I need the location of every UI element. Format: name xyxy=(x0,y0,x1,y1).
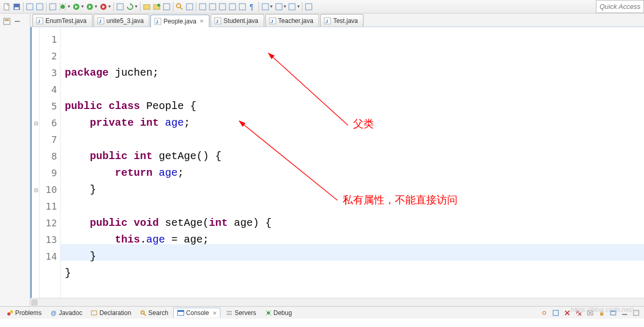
nav-icon[interactable] xyxy=(162,2,171,11)
nav-back-dropdown[interactable]: ▼ xyxy=(283,4,287,9)
view-tab-servers[interactable]: Servers xyxy=(223,308,259,318)
paint-icon[interactable] xyxy=(185,2,194,11)
gutter-marker: ⊟ xyxy=(32,181,39,198)
gutter-marker xyxy=(32,131,39,148)
run-icon[interactable] xyxy=(72,2,81,11)
editor-tab-enumtest-java[interactable]: JEnumTest.java xyxy=(32,14,92,27)
watermark: https://blog.csdn.net/... xyxy=(570,306,639,313)
highlight-icon[interactable] xyxy=(208,2,217,11)
line-number: 14 xyxy=(40,248,57,265)
java-file-icon: J xyxy=(269,17,276,25)
toggle-icon[interactable] xyxy=(261,2,270,11)
debug-icon[interactable] xyxy=(58,2,67,11)
tab-label: Student.java xyxy=(224,17,259,25)
cut-icon[interactable] xyxy=(218,2,227,11)
display-selected-icon[interactable] xyxy=(551,308,560,318)
svg-rect-14 xyxy=(163,4,170,10)
code-line: } xyxy=(65,248,644,265)
code-line: this.age = age; xyxy=(65,232,644,248)
tab-label: People.java xyxy=(163,18,196,25)
problems-icon xyxy=(6,309,14,317)
new-icon[interactable] xyxy=(2,2,11,11)
view-tab-javadoc[interactable]: @Javadoc xyxy=(47,308,86,318)
view-tab-search[interactable]: Search xyxy=(136,308,171,318)
skip-icon[interactable] xyxy=(48,2,57,11)
view-tab-debug[interactable]: Debug xyxy=(262,308,295,318)
tab-label: Test.java xyxy=(333,17,358,25)
servers-icon xyxy=(226,309,233,317)
gutter-marker xyxy=(32,198,39,215)
svg-rect-10 xyxy=(117,4,123,10)
wand-icon[interactable] xyxy=(198,2,207,11)
svg-rect-11 xyxy=(144,5,150,9)
svg-text:J: J xyxy=(216,19,218,24)
svg-rect-3 xyxy=(27,4,33,10)
pilcrow-icon[interactable]: ¶ xyxy=(248,2,257,11)
editor-tab-unite5_3-java[interactable]: Junite5_3.java xyxy=(93,14,149,27)
main-toolbar: ▼▼▼▼▼¶▼▼▼ xyxy=(0,0,644,14)
ext-tools-dropdown[interactable]: ▼ xyxy=(108,4,112,9)
tab-label: Teacher.java xyxy=(278,17,313,25)
search2-icon[interactable] xyxy=(175,2,184,11)
bottom-views-bar: Problems@JavadocDeclarationSearchConsole… xyxy=(0,306,644,319)
build-icon[interactable] xyxy=(35,2,44,11)
nav-fwd-icon[interactable] xyxy=(287,2,297,11)
toggle-dropdown[interactable]: ▼ xyxy=(270,4,274,9)
save-icon[interactable] xyxy=(12,2,21,11)
close-view-icon[interactable]: ✕ xyxy=(213,310,217,316)
svg-point-44 xyxy=(7,312,10,316)
code-line: public void setAge(int age) { xyxy=(65,215,644,232)
pin-console-icon[interactable] xyxy=(540,308,549,318)
view-tab-label: Servers xyxy=(235,309,256,317)
java-file-icon: J xyxy=(154,18,161,25)
horizontal-scrollbar[interactable] xyxy=(30,298,644,306)
view-tab-console[interactable]: Console ✕ xyxy=(173,308,220,318)
run-dropdown[interactable]: ▼ xyxy=(80,4,85,9)
editor-tab-people-java[interactable]: JPeople.java✕ xyxy=(150,15,209,27)
collapse-toggle-icon[interactable]: ⊟ xyxy=(34,187,38,193)
run-last-dropdown[interactable]: ▼ xyxy=(94,4,98,9)
svg-rect-25 xyxy=(289,4,295,10)
view-tab-label: Search xyxy=(148,309,168,317)
code-line xyxy=(65,282,644,298)
view-tab-declaration[interactable]: Declaration xyxy=(87,308,134,318)
open-task-icon[interactable] xyxy=(152,2,161,11)
refresh-icon[interactable] xyxy=(125,2,135,11)
editor-tab-teacher-java[interactable]: JTeacher.java xyxy=(265,14,319,27)
open-type-icon[interactable] xyxy=(142,2,151,11)
nav-back-icon[interactable] xyxy=(274,2,284,11)
collapse-toggle-icon[interactable]: ⊟ xyxy=(34,120,38,126)
close-tab-icon[interactable]: ✕ xyxy=(200,18,204,24)
svg-point-53 xyxy=(267,311,270,314)
view-tab-label: Javadoc xyxy=(59,309,83,317)
restore-view-icon[interactable] xyxy=(3,18,10,25)
tab-label: EnumTest.java xyxy=(45,17,87,25)
new-pkg-icon[interactable] xyxy=(115,2,125,11)
code-editor[interactable]: package juchen; public class People { pr… xyxy=(61,27,644,298)
doc-icon[interactable] xyxy=(238,2,247,11)
debug-dropdown[interactable]: ▼ xyxy=(67,4,71,9)
format-icon[interactable] xyxy=(228,2,237,11)
ext-tools-icon[interactable] xyxy=(99,2,108,11)
declaration-icon xyxy=(90,309,98,317)
view-tab-problems[interactable]: Problems xyxy=(3,308,45,318)
svg-text:J: J xyxy=(325,19,328,24)
svg-rect-29 xyxy=(15,21,20,22)
gutter-marker xyxy=(32,165,39,181)
refresh-dropdown[interactable]: ▼ xyxy=(134,4,138,9)
svg-rect-0 xyxy=(4,4,9,10)
run-last-icon[interactable] xyxy=(85,2,95,11)
svg-rect-21 xyxy=(239,4,245,10)
nav-fwd-dropdown[interactable]: ▼ xyxy=(296,4,300,9)
svg-rect-19 xyxy=(219,4,226,10)
minimize-view-icon[interactable] xyxy=(14,18,21,25)
print-icon[interactable] xyxy=(25,2,34,11)
quick-access-input[interactable] xyxy=(596,0,644,13)
code-line: public int getAge() { xyxy=(65,148,644,165)
code-line xyxy=(65,131,644,148)
editor-tab-test-java[interactable]: JTest.java xyxy=(320,14,364,27)
pin-icon[interactable] xyxy=(304,2,313,11)
editor-tab-student-java[interactable]: JStudent.java xyxy=(210,14,264,27)
svg-rect-47 xyxy=(91,311,97,315)
search-icon xyxy=(139,309,147,317)
